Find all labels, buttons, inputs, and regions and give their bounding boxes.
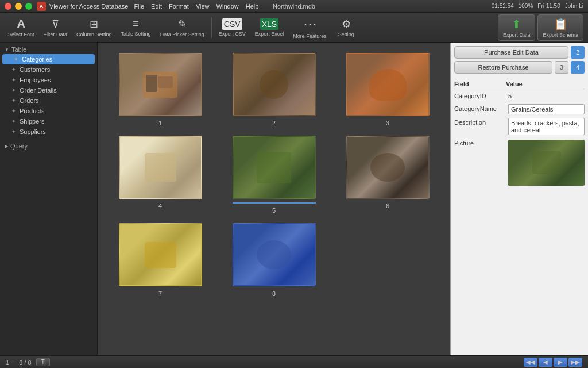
image-thumb-8[interactable] [233, 223, 316, 286]
image-cell-1[interactable]: 1 [108, 53, 212, 126]
export-excel-button[interactable]: XLS Export Excel [252, 16, 288, 39]
query-section-header[interactable]: ▶ Query [0, 141, 97, 151]
image-label-1: 1 [158, 120, 162, 126]
sidebar-item-label: Order Details [20, 87, 57, 94]
field-value-categoryname[interactable]: Grains/Cereals [508, 104, 585, 114]
gear-icon: ✦ [11, 67, 16, 72]
close-button[interactable] [5, 3, 11, 10]
export-csv-button[interactable]: CSV Export CSV [215, 16, 249, 39]
purchase-edit-button[interactable]: Purchase Edit Data [454, 46, 568, 59]
image-thumb-2[interactable] [233, 53, 316, 116]
status-bar: 1 — 8 / 8 T ◀◀ ◀ ▶ ▶▶ [0, 355, 588, 368]
export-data-button[interactable]: ⬆ Export Data [498, 14, 536, 41]
content-area[interactable]: 1 2 3 [98, 43, 450, 355]
nav-first-button[interactable]: ◀◀ [524, 358, 537, 367]
image-5-underline [233, 202, 316, 204]
app-name: Viewer for Access Database [49, 3, 128, 10]
field-value-categoryid: 5 [508, 91, 585, 101]
sidebar-item-shippers[interactable]: ✦ Shippers [0, 116, 97, 126]
menu-help[interactable]: Help [246, 3, 259, 10]
more-icon: ⋯ [303, 16, 317, 32]
image-cell-7[interactable]: 7 [108, 223, 212, 297]
filter-data-button[interactable]: ⊽ Filter Data [40, 16, 71, 40]
excel-icon: XLS [260, 18, 278, 30]
sidebar-item-customers[interactable]: ✦ Customers [0, 64, 97, 75]
minimize-button[interactable] [15, 3, 22, 10]
more-features-button[interactable]: ⋯ More Features [289, 14, 330, 41]
sidebar-item-products[interactable]: ✦ Products [0, 106, 97, 116]
filter-data-label: Filter Data [44, 32, 68, 37]
gear-icon: ⚙ [342, 18, 351, 30]
panel-buttons: Purchase Edit Data 2 Restore Purchase 3 … [451, 43, 588, 77]
data-picker-button[interactable]: ✎ Data Picker Setting [157, 16, 208, 40]
csv-icon: CSV [222, 18, 242, 30]
panel-fields: Field Value CategoryID 5 CategoryName Gr… [451, 77, 588, 355]
table-setting-button[interactable]: ≡ Table Setting [118, 16, 154, 39]
column-setting-button[interactable]: ⊞ Column Setting [73, 16, 115, 40]
main-layout: ▼ Table ✦ Categories ✦ Customers ✦ Emplo… [0, 43, 588, 355]
title-bar: A Viewer for Access Database File Edit F… [0, 0, 588, 13]
maximize-button[interactable] [25, 3, 32, 10]
image-label-7: 7 [158, 290, 162, 297]
image-thumb-5[interactable] [233, 136, 316, 199]
export-excel-label: Export Excel [255, 31, 284, 37]
gear-icon: ✦ [11, 118, 16, 124]
field-row-description: Description Breads, crackers, pasta, and… [454, 118, 585, 135]
image-cell-8[interactable]: 8 [222, 223, 326, 297]
menu-window[interactable]: Window [216, 3, 239, 10]
column-icon: ⊞ [90, 18, 98, 30]
image-detail-2 [234, 54, 315, 115]
image-detail-6 [347, 137, 428, 198]
export-data-icon: ⬆ [512, 17, 521, 31]
image-label-5: 5 [272, 207, 276, 214]
image-cell-4[interactable]: 4 [108, 136, 212, 214]
menu-edit[interactable]: Edit [151, 3, 162, 10]
select-font-button[interactable]: A Select Font [5, 15, 38, 40]
image-cell-6[interactable]: 6 [335, 136, 440, 214]
field-value-description[interactable]: Breads, crackers, pasta, and cereal [508, 118, 585, 135]
export-schema-button[interactable]: 📋 Export Schema [537, 14, 583, 41]
image-detail-8 [234, 224, 315, 285]
restore-purchase-button[interactable]: Restore Purchase [454, 61, 552, 74]
right-panel: Purchase Edit Data 2 Restore Purchase 3 … [450, 43, 588, 355]
sidebar-item-categories[interactable]: ✦ Categories [2, 54, 95, 64]
image-thumb-7[interactable] [119, 223, 202, 286]
query-section: ▶ Query [0, 139, 97, 153]
sidebar-item-orders[interactable]: ✦ Orders [0, 95, 97, 106]
image-cell-2[interactable]: 2 [222, 53, 326, 126]
sidebar-item-suppliers[interactable]: ✦ Suppliers [0, 126, 97, 137]
sidebar-item-order-details[interactable]: ✦ Order Details [0, 85, 97, 95]
more-features-label: More Features [293, 33, 327, 39]
gear-icon: ✦ [11, 77, 16, 83]
clock-time: 01:52:54 [492, 3, 514, 9]
sidebar-item-employees[interactable]: ✦ Employees [0, 75, 97, 85]
nav-btn-3[interactable]: 3 [555, 61, 568, 74]
image-cell-5[interactable]: 5 [222, 136, 326, 214]
nav-last-button[interactable]: ▶▶ [568, 358, 582, 367]
t-button[interactable]: T [36, 358, 50, 366]
table-section-header[interactable]: ▼ Table [0, 45, 97, 54]
image-thumb-1[interactable] [119, 53, 202, 116]
menu-file[interactable]: File [134, 3, 144, 10]
table-section-label: Table [11, 46, 26, 53]
menu-format[interactable]: Format [169, 3, 189, 10]
menu-view[interactable]: View [196, 3, 210, 10]
image-thumb-6[interactable] [346, 136, 430, 199]
gear-icon: ✦ [11, 108, 16, 114]
purchase-edit-row: Purchase Edit Data 2 [454, 46, 585, 59]
image-detail-4 [120, 137, 201, 198]
data-picker-label: Data Picker Setting [160, 32, 204, 37]
setting-button[interactable]: ⚙ Setting [332, 16, 360, 40]
image-thumb-3[interactable] [346, 53, 430, 116]
image-label-4: 4 [158, 202, 162, 209]
nav-next-button[interactable]: ▶ [554, 358, 567, 367]
toolbar-right: ⬆ Export Data 📋 Export Schema [498, 14, 583, 41]
sidebar: ▼ Table ✦ Categories ✦ Customers ✦ Emplo… [0, 43, 98, 355]
nav-prev-button[interactable]: ◀ [539, 358, 552, 367]
record-info: 1 — 8 / 8 [6, 359, 32, 366]
image-thumb-4[interactable] [119, 136, 202, 199]
image-detail-1 [120, 54, 201, 115]
field-row-categoryid: CategoryID 5 [454, 91, 585, 101]
image-cell-3[interactable]: 3 [335, 53, 440, 126]
sidebar-item-label: Shippers [20, 118, 44, 125]
